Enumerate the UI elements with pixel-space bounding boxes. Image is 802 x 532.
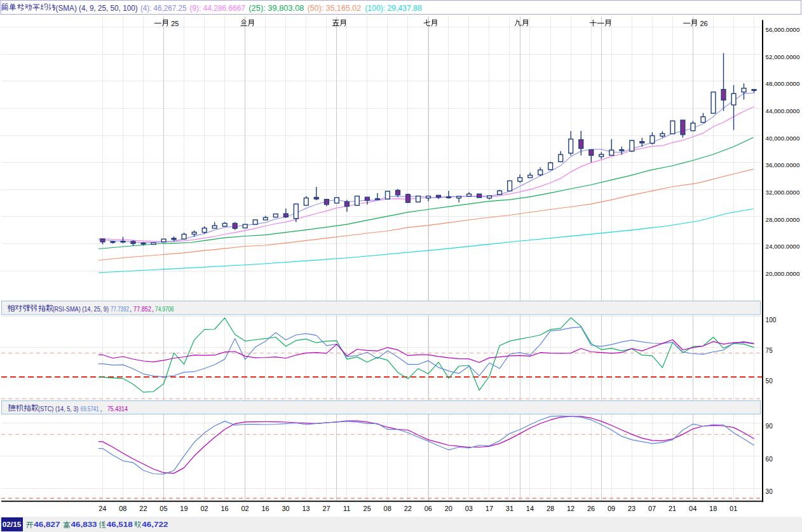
svg-text:46,518: 46,518: [107, 521, 133, 528]
svg-text:74.9706: 74.9706: [155, 305, 174, 313]
svg-text:25: 25: [171, 20, 179, 27]
svg-text:25: 25: [364, 505, 371, 512]
svg-text:27: 27: [322, 505, 330, 512]
svg-text:26: 26: [700, 20, 707, 27]
svg-text:77.7392: 77.7392: [111, 305, 129, 313]
svg-text:30: 30: [766, 488, 773, 495]
svg-text:16: 16: [261, 505, 269, 512]
svg-text:21: 21: [669, 505, 676, 512]
svg-text:02/15: 02/15: [3, 521, 22, 528]
svg-text:22: 22: [404, 505, 412, 512]
svg-text:44,000.0000: 44,000.0000: [766, 107, 800, 114]
svg-text:(4): 46,267.25: (4): 46,267.25: [140, 4, 187, 13]
svg-text:26: 26: [587, 505, 595, 512]
svg-text:02: 02: [241, 505, 248, 512]
svg-text:04: 04: [689, 505, 697, 512]
svg-text:90: 90: [766, 423, 773, 430]
svg-text:100: 100: [766, 317, 777, 324]
svg-text:,: ,: [130, 305, 132, 313]
svg-text:69.5741: 69.5741: [81, 405, 99, 413]
svg-text:11: 11: [343, 505, 350, 512]
svg-text:28: 28: [547, 505, 554, 512]
svg-text:20: 20: [445, 505, 452, 512]
svg-text:03: 03: [465, 505, 473, 512]
svg-text:(SMA) (4, 9, 25, 50, 100): (SMA) (4, 9, 25, 50, 100): [56, 4, 138, 13]
svg-text:24,000.0000: 24,000.0000: [766, 243, 800, 250]
svg-text:46,722: 46,722: [142, 521, 168, 528]
svg-text:60: 60: [766, 456, 773, 463]
svg-text:31: 31: [506, 505, 513, 512]
svg-text:36,000.0000: 36,000.0000: [766, 161, 800, 168]
svg-text:48,000.0000: 48,000.0000: [766, 80, 800, 87]
svg-text:08: 08: [384, 505, 391, 512]
svg-text:(100): 29,437.88: (100): 29,437.88: [365, 4, 422, 13]
svg-text:14: 14: [526, 505, 534, 512]
svg-text:50: 50: [766, 378, 773, 385]
svg-text:07: 07: [648, 505, 656, 512]
svg-text:20,000.0000: 20,000.0000: [766, 270, 800, 277]
svg-text:56,000.0000: 56,000.0000: [766, 26, 800, 33]
svg-text:16: 16: [221, 505, 228, 512]
svg-text:30: 30: [282, 505, 289, 512]
svg-text:02: 02: [200, 505, 208, 512]
svg-text:75: 75: [766, 347, 773, 354]
svg-text:08: 08: [119, 505, 126, 512]
svg-text:32,000.0000: 32,000.0000: [766, 189, 800, 196]
svg-text:19: 19: [180, 505, 187, 512]
svg-text:05: 05: [160, 505, 167, 512]
svg-text:09: 09: [608, 505, 615, 512]
svg-text:(STC) (14, 5, 3): (STC) (14, 5, 3): [38, 405, 79, 413]
svg-text:17: 17: [486, 505, 493, 512]
svg-text:(25): 39,803.08: (25): 39,803.08: [248, 4, 304, 13]
svg-text:46,833: 46,833: [71, 521, 97, 528]
svg-text:(50): 35,165.02: (50): 35,165.02: [308, 4, 362, 13]
svg-text:23: 23: [628, 505, 635, 512]
svg-text:(RSI-SMA) (14, 25, 9): (RSI-SMA) (14, 25, 9): [52, 305, 109, 313]
svg-text:24: 24: [99, 505, 106, 512]
svg-text:13: 13: [302, 505, 309, 512]
svg-text:,: ,: [100, 405, 102, 413]
svg-text:06: 06: [425, 505, 432, 512]
svg-text:18: 18: [709, 505, 717, 512]
svg-text:40,000.0000: 40,000.0000: [766, 135, 800, 142]
svg-text:01: 01: [730, 505, 737, 512]
svg-text:12: 12: [567, 505, 574, 512]
svg-text:,: ,: [152, 305, 154, 313]
svg-text:(9): 44,286.6667: (9): 44,286.6667: [190, 4, 246, 13]
svg-text:52,000.0000: 52,000.0000: [766, 53, 800, 60]
svg-text:77.852: 77.852: [133, 305, 151, 313]
svg-text:75.4314: 75.4314: [107, 405, 128, 413]
svg-text:28,000.0000: 28,000.0000: [766, 216, 800, 223]
svg-text:46,827: 46,827: [34, 521, 60, 528]
svg-text:22: 22: [139, 505, 147, 512]
